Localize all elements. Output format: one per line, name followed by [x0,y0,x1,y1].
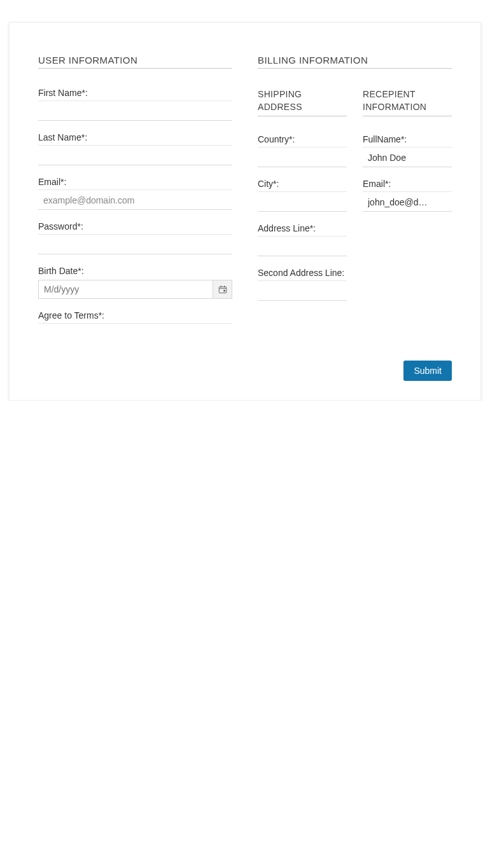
fullname-input[interactable] [363,149,452,167]
address-row: Address Line*: [258,223,347,256]
birth-date-row: Birth Date*: [38,266,232,299]
agree-row: Agree to Terms*: [38,310,232,324]
address-input[interactable] [258,238,347,256]
email-label: Email*: [38,177,232,190]
birth-date-calendar-button[interactable] [213,280,232,298]
first-name-label: First Name*: [38,88,232,101]
shipping-title: SHIPPING ADDRESS [258,88,347,116]
recipient-email-label: Email*: [363,179,452,192]
shipping-address-section: SHIPPING ADDRESS Country*: City*: Addres… [258,88,347,312]
last-name-label: Last Name*: [38,132,232,146]
email-input[interactable] [38,191,232,210]
last-name-row: Last Name*: [38,132,232,165]
address-label: Address Line*: [258,223,347,237]
last-name-input[interactable] [38,147,232,165]
billing-info-title: BILLING INFORMATION [258,55,452,69]
password-label: Password*: [38,221,232,235]
recipient-email-input[interactable] [363,193,452,212]
password-row: Password*: [38,221,232,254]
address2-row: Second Address Line: [258,268,347,301]
calendar-icon [218,285,227,294]
address2-label: Second Address Line: [258,268,347,281]
submit-button[interactable]: Submit [403,361,452,381]
birth-date-label: Birth Date*: [38,266,232,279]
birth-date-picker [38,280,232,299]
svg-rect-4 [223,290,225,292]
city-input[interactable] [258,193,347,212]
svg-rect-0 [219,287,226,293]
email-row: Email*: [38,177,232,210]
billing-information-section: BILLING INFORMATION SHIPPING ADDRESS Cou… [258,55,452,335]
recipient-information-section: RECEPIENT INFORMATION FullName*: Email*: [363,88,452,312]
fullname-row: FullName*: [363,134,452,167]
recipient-title: RECEPIENT INFORMATION [363,88,452,116]
first-name-input[interactable] [38,102,232,121]
address2-input[interactable] [258,282,347,301]
form-card: USER INFORMATION First Name*: Last Name*… [9,22,481,401]
city-label: City*: [258,179,347,192]
birth-date-input[interactable] [39,280,213,298]
country-label: Country*: [258,134,347,148]
first-name-row: First Name*: [38,88,232,121]
password-input[interactable] [38,236,232,254]
recipient-email-row: Email*: [363,179,452,212]
form-columns: USER INFORMATION First Name*: Last Name*… [38,55,452,335]
user-info-title: USER INFORMATION [38,55,232,69]
submit-row: Submit [38,361,452,381]
agree-label: Agree to Terms*: [38,310,232,324]
city-row: City*: [258,179,347,212]
country-input[interactable] [258,149,347,167]
billing-sub-columns: SHIPPING ADDRESS Country*: City*: Addres… [258,88,452,312]
country-row: Country*: [258,134,347,167]
user-information-section: USER INFORMATION First Name*: Last Name*… [38,55,232,335]
fullname-label: FullName*: [363,134,452,148]
